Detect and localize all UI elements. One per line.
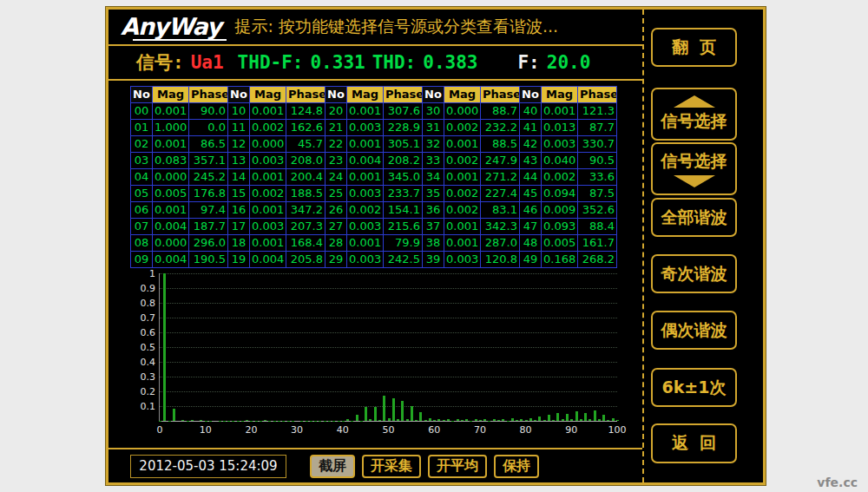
harmonic-mag: 0.003 <box>347 219 384 235</box>
harmonic-mag: 0.005 <box>153 186 189 202</box>
y-axis-tick-label: 0.1 <box>141 401 156 412</box>
chart-bar <box>465 419 468 421</box>
signal-select-up-button[interactable]: 信号选择 <box>651 88 737 141</box>
chart-bar <box>488 421 490 422</box>
return-button[interactable]: 返 回 <box>651 423 737 463</box>
harmonic-no: 10 <box>228 103 250 120</box>
harmonic-phase: 79.9 <box>384 235 423 252</box>
col-header-mag: Mag <box>153 87 189 103</box>
chart-bar <box>365 407 367 421</box>
chart-bar <box>479 420 482 421</box>
odd-harmonics-button[interactable]: 奇次谐波 <box>651 254 737 293</box>
harmonic-no: 19 <box>228 252 250 268</box>
harmonic-phase: 124.8 <box>286 103 326 120</box>
chart-bar <box>351 421 353 422</box>
harmonic-no: 43 <box>520 153 542 169</box>
harmonic-no: 11 <box>228 120 250 136</box>
chart-bar <box>388 418 391 421</box>
harmonic-mag: 0.002 <box>444 153 481 169</box>
thd-value: 0.383 <box>423 52 477 73</box>
harmonic-phase: 97.4 <box>189 202 228 219</box>
harmonic-mag: 0.003 <box>250 153 286 169</box>
chart-bar <box>461 420 464 421</box>
harmonic-phase: 162.6 <box>286 120 326 136</box>
chart-bar <box>451 421 454 422</box>
col-header-mag: Mag <box>542 87 578 103</box>
chart-bar <box>525 420 528 421</box>
harmonic-phase: 90.5 <box>578 153 617 169</box>
chart-bar <box>538 417 541 421</box>
harmonic-no: 17 <box>228 219 250 235</box>
harmonic-mag: 1.000 <box>153 120 189 136</box>
chart-bar <box>406 419 409 421</box>
harmonic-no: 05 <box>131 186 153 202</box>
harmonic-no: 28 <box>326 235 347 252</box>
harmonic-no: 00 <box>131 103 153 120</box>
table-row: 020.00186.5120.00045.7220.001305.1320.00… <box>131 136 617 153</box>
col-header-phase: Phase <box>384 87 423 103</box>
chart-bar <box>584 413 587 421</box>
harmonic-phase: 83.1 <box>481 202 520 219</box>
footer-buttons: 截屏开采集开平均保持 <box>310 455 539 478</box>
harmonic-phase: 90.0 <box>189 103 228 120</box>
col-header-phase: Phase <box>481 87 520 103</box>
chart-bar <box>433 420 436 421</box>
signal-info-row: 信号: Ua1 THD-F: 0.331 THD: 0.383 F: 20.0 <box>108 46 642 81</box>
chart-bar <box>520 419 523 421</box>
hold-button[interactable]: 保持 <box>494 455 539 478</box>
harmonic-phase: 87.5 <box>578 186 617 202</box>
harmonic-phase: 227.4 <box>481 186 520 202</box>
gridline <box>160 377 617 377</box>
harmonics-table-wrap: NoMagPhaseNoMagPhaseNoMagPhaseNoMagPhase… <box>130 86 615 268</box>
harmonic-no: 26 <box>326 202 347 219</box>
chart-bar <box>580 419 582 421</box>
harmonic-phase: 345.0 <box>384 169 423 186</box>
harmonic-phase: 305.1 <box>384 136 423 153</box>
instrument-screen: AnyWay 提示: 按功能键选择信号源或分类查看谐波... 信号: Ua1 T… <box>106 7 766 485</box>
harmonic-phase: 86.5 <box>189 136 228 153</box>
harmonic-mag: 0.001 <box>250 235 286 252</box>
harmonic-no: 22 <box>326 136 347 153</box>
chart-bar <box>598 419 601 421</box>
chart-bar <box>447 419 450 421</box>
harmonic-phase: 352.6 <box>578 202 617 219</box>
harmonic-no: 35 <box>423 186 444 202</box>
x-axis-tick-label: 70 <box>474 424 486 436</box>
chart-bar <box>173 409 175 421</box>
watermark: vfe.cc <box>817 476 858 489</box>
col-header-no: No <box>326 87 347 103</box>
start-capture-button[interactable]: 开采集 <box>362 455 421 478</box>
harmonic-phase: 233.7 <box>384 186 423 202</box>
harmonic-no: 24 <box>326 169 347 186</box>
harmonic-phase: 87.7 <box>578 120 617 136</box>
all-harmonics-button[interactable]: 全部谐波 <box>651 198 737 237</box>
y-axis-tick-label: 0.9 <box>141 283 156 294</box>
harmonic-mag: 0.000 <box>250 136 286 153</box>
screenshot-button[interactable]: 截屏 <box>310 455 355 478</box>
col-header-no: No <box>131 87 153 103</box>
button-label: 偶次谐波 <box>661 319 727 342</box>
harmonic-phase: 271.2 <box>481 169 520 186</box>
harmonic-phase: 45.7 <box>286 136 326 153</box>
harmonic-phase: 200.4 <box>286 169 326 186</box>
chart-bar <box>534 420 536 421</box>
chart-bar <box>200 420 202 421</box>
harmonic-no: 18 <box>228 235 250 252</box>
page-turn-button[interactable]: 翻 页 <box>651 28 737 67</box>
signal-select-down-button[interactable]: 信号选择 <box>651 142 737 195</box>
harmonic-mag: 0.001 <box>444 136 481 153</box>
chart-bar <box>378 420 381 421</box>
harmonic-mag: 0.004 <box>153 252 189 268</box>
col-header-mag: Mag <box>444 87 481 103</box>
harmonic-phase: 187.7 <box>189 219 228 235</box>
harmonic-no: 13 <box>228 153 250 169</box>
harmonic-mag: 0.168 <box>542 252 578 268</box>
col-header-no: No <box>423 87 444 103</box>
even-harmonics-button[interactable]: 偶次谐波 <box>651 311 737 350</box>
start-average-button[interactable]: 开平均 <box>428 455 487 478</box>
harmonic-phase: 88.4 <box>578 219 617 235</box>
harmonic-no: 33 <box>423 153 444 169</box>
chart-bar <box>237 421 240 422</box>
harmonics-6k1-button[interactable]: 6k±1次 <box>651 368 737 407</box>
harmonic-mag: 0.002 <box>250 186 286 202</box>
